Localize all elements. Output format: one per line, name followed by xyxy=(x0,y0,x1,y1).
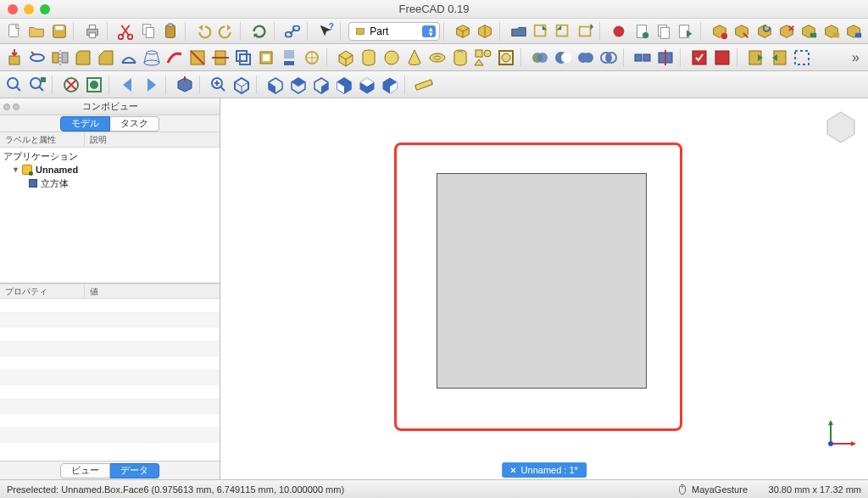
revolve-button[interactable] xyxy=(26,47,48,69)
box-selection-button[interactable] xyxy=(791,47,813,69)
split-button[interactable] xyxy=(654,47,676,69)
tree-item-row[interactable]: 立方体 xyxy=(0,176,220,190)
export-button[interactable] xyxy=(768,47,790,69)
new-file-button[interactable] xyxy=(3,20,25,42)
primitive-tube-button[interactable] xyxy=(449,47,471,69)
disclosure-triangle-icon[interactable]: ▼ xyxy=(12,165,19,174)
close-window-button[interactable] xyxy=(8,4,18,14)
left-view-button[interactable] xyxy=(379,74,401,96)
3d-viewport[interactable]: × Unnamed : 1* xyxy=(220,98,868,479)
measure-refresh-button[interactable] xyxy=(754,20,775,42)
tree-doc-row[interactable]: ▼Unnamed xyxy=(0,163,220,176)
primitive-cone-button[interactable] xyxy=(403,47,426,69)
part-box2-button[interactable] xyxy=(474,20,495,42)
macro-execute-button[interactable] xyxy=(676,20,697,42)
measure-angular-button[interactable] xyxy=(731,20,752,42)
shape-builder-button[interactable] xyxy=(495,47,517,69)
right-view-button[interactable] xyxy=(310,74,332,96)
thickness-button[interactable] xyxy=(255,47,277,69)
link-make-button[interactable] xyxy=(530,20,551,42)
sweep-button[interactable] xyxy=(164,47,186,69)
ruled-surface-button[interactable] xyxy=(118,47,140,69)
cross-sections-button[interactable] xyxy=(209,47,231,69)
boolean-button[interactable] xyxy=(529,47,551,69)
fuse-button[interactable] xyxy=(575,47,597,69)
cut-button[interactable] xyxy=(114,20,136,42)
print-button[interactable] xyxy=(81,20,103,42)
nav-next-button[interactable] xyxy=(140,74,162,96)
isometric-view-button[interactable] xyxy=(231,74,253,96)
primitive-sphere-button[interactable] xyxy=(381,47,403,69)
bottom-view-button[interactable] xyxy=(356,74,378,96)
fit-all-button[interactable] xyxy=(3,74,25,96)
redo-button[interactable] xyxy=(215,20,236,42)
common-button[interactable] xyxy=(598,47,620,69)
nav-prev-button[interactable] xyxy=(117,74,139,96)
check-geometry-button[interactable] xyxy=(688,47,710,69)
mirror-button[interactable] xyxy=(49,47,71,69)
tab-data[interactable]: データ xyxy=(110,463,159,478)
open-file-button[interactable] xyxy=(25,20,47,42)
measure-toggle-button[interactable] xyxy=(798,20,820,42)
box-face[interactable] xyxy=(437,173,647,389)
refresh-button[interactable] xyxy=(248,20,270,42)
link-button[interactable] xyxy=(282,20,303,42)
offset3d-button[interactable] xyxy=(232,47,254,69)
measure-toggledelta-button[interactable] xyxy=(843,20,864,42)
top-view-button[interactable] xyxy=(287,74,309,96)
tree-app-row[interactable]: アプリケーション xyxy=(0,149,220,163)
measure-toggle3d-button[interactable] xyxy=(821,20,842,42)
chamfer-button[interactable] xyxy=(95,47,117,69)
document-tab[interactable]: × Unnamed : 1* xyxy=(502,462,587,478)
part-box-button[interactable] xyxy=(452,20,473,42)
section-button[interactable] xyxy=(186,47,209,69)
zoom-in-button[interactable] xyxy=(208,74,230,96)
toolbar-overflow-button[interactable]: » xyxy=(847,50,865,65)
primitive-box-button[interactable] xyxy=(335,47,357,69)
link-nav-button[interactable] xyxy=(174,74,196,96)
minimize-window-button[interactable] xyxy=(24,4,34,14)
attachment-button[interactable] xyxy=(301,47,323,69)
draw-style-button[interactable] xyxy=(60,74,82,96)
import-button[interactable] xyxy=(745,47,767,69)
link-replace-button[interactable] xyxy=(553,20,574,42)
workbench-selector[interactable]: Part ▴▾ xyxy=(348,22,440,41)
fit-selection-button[interactable] xyxy=(26,74,48,96)
defeaturing-button[interactable] xyxy=(711,47,733,69)
panel-float-icon[interactable] xyxy=(13,104,19,110)
primitives-dialog-button[interactable] xyxy=(472,47,494,69)
copy-button[interactable] xyxy=(137,20,159,42)
extrude-button[interactable] xyxy=(3,47,25,69)
model-tree[interactable]: アプリケーション ▼Unnamed 立方体 xyxy=(0,148,220,283)
primitive-cylinder-button[interactable] xyxy=(358,47,380,69)
projection-button[interactable] xyxy=(278,47,300,69)
rear-view-button[interactable] xyxy=(333,74,355,96)
loft-button[interactable] xyxy=(141,47,163,69)
join-connect-button[interactable] xyxy=(632,47,654,69)
front-view-button[interactable] xyxy=(264,74,287,96)
tab-model[interactable]: モデル xyxy=(60,116,110,131)
primitive-torus-button[interactable] xyxy=(426,47,448,69)
whatsthis-button[interactable]: ? xyxy=(315,20,337,42)
measure-clear-button[interactable] xyxy=(776,20,797,42)
property-grid[interactable] xyxy=(0,299,220,461)
panel-close-icon[interactable] xyxy=(3,104,10,110)
macro-stop-button[interactable] xyxy=(631,20,652,42)
measure-distance-button[interactable] xyxy=(413,74,435,96)
close-tab-icon[interactable]: × xyxy=(510,465,515,475)
save-file-button[interactable] xyxy=(48,20,70,42)
tab-view[interactable]: ビュー xyxy=(60,463,110,478)
bounding-box-button[interactable] xyxy=(83,74,105,96)
undo-button[interactable] xyxy=(193,20,214,42)
macro-record-button[interactable] xyxy=(608,20,629,42)
cut-solid-button[interactable] xyxy=(552,47,574,69)
measure-linear-button[interactable] xyxy=(709,20,730,42)
paste-button[interactable] xyxy=(159,20,181,42)
zoom-window-button[interactable] xyxy=(40,4,50,14)
tab-task[interactable]: タスク xyxy=(110,116,159,131)
navigation-cube[interactable] xyxy=(821,105,861,146)
nav-style-selector[interactable]: MayaGesture xyxy=(676,484,748,495)
fillet-button[interactable] xyxy=(72,47,94,69)
group-button[interactable] xyxy=(508,20,529,42)
macro-list-button[interactable] xyxy=(653,20,674,42)
